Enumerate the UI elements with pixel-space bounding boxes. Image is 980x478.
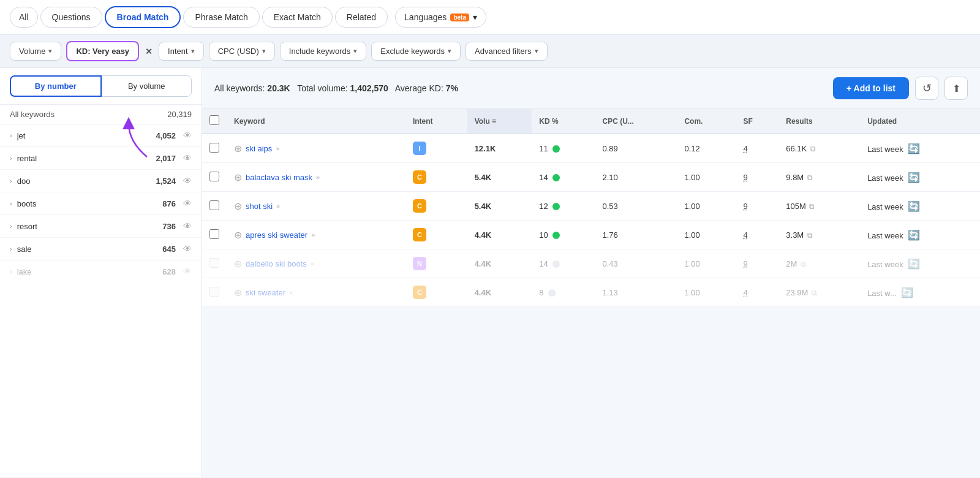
row-check-cell[interactable] xyxy=(202,192,227,221)
tab-all[interactable]: All xyxy=(10,7,38,28)
copy-icon[interactable]: ⧉ xyxy=(807,231,813,240)
exclude-keywords-btn[interactable]: Exclude keywords ▾ xyxy=(371,42,461,61)
row-cpc-cell: 1.76 xyxy=(595,221,677,249)
table-row: ⊕ shot ski » C 5.4K 12 0.53 1.00 9 105M … xyxy=(202,192,980,221)
add-keyword-icon[interactable]: ⊕ xyxy=(234,143,242,154)
visibility-icon[interactable]: 👁 xyxy=(183,176,192,186)
sidebar-keyword-label: sale xyxy=(17,245,159,254)
volume-filter-btn[interactable]: Volume ▾ xyxy=(10,42,61,61)
sidebar-keyword-count: 645 xyxy=(162,245,176,254)
keyword-link[interactable]: ⊕ ski aips » xyxy=(234,143,398,154)
row-check-cell[interactable] xyxy=(202,163,227,192)
copy-icon[interactable]: ⧉ xyxy=(810,145,816,153)
row-checkbox[interactable] xyxy=(209,172,219,181)
keyword-link[interactable]: ⊕ apres ski sweater » xyxy=(234,229,398,241)
keyword-table-wrap: Keyword Intent Volu ≡ KD % CPC (U... Com… xyxy=(202,109,980,477)
by-volume-toggle[interactable]: By volume xyxy=(102,75,192,97)
copy-icon[interactable]: ⧉ xyxy=(809,202,815,211)
add-keyword-icon[interactable]: ⊕ xyxy=(234,287,242,298)
row-com-cell: 1.00 xyxy=(677,278,736,307)
tab-related[interactable]: Related xyxy=(335,7,388,28)
row-refresh-icon[interactable]: 🔄 xyxy=(908,259,920,269)
sidebar-header-label: All keywords xyxy=(10,110,55,119)
row-refresh-icon[interactable]: 🔄 xyxy=(901,287,913,298)
advanced-filters-btn[interactable]: Advanced filters ▾ xyxy=(466,42,548,61)
refresh-button[interactable]: ↺ xyxy=(915,77,938,100)
row-refresh-icon[interactable]: 🔄 xyxy=(908,172,920,183)
visibility-icon[interactable]: 👁 xyxy=(183,199,192,208)
intent-badge: C xyxy=(413,170,426,184)
row-com-cell: 1.00 xyxy=(677,192,736,221)
row-intent-cell: N xyxy=(405,249,467,278)
add-keyword-icon[interactable]: ⊕ xyxy=(234,229,242,241)
row-intent-cell: C xyxy=(405,192,467,221)
sidebar-item[interactable]: › rental 2,017 👁 xyxy=(0,147,202,170)
add-keyword-icon[interactable]: ⊕ xyxy=(234,258,242,270)
expand-arrow-icon: › xyxy=(10,200,12,207)
tab-questions[interactable]: Questions xyxy=(40,7,102,28)
kd-filter-close-btn[interactable]: ✕ xyxy=(144,47,154,56)
row-check-cell[interactable] xyxy=(202,249,227,278)
row-checkbox[interactable] xyxy=(209,258,219,268)
visibility-icon[interactable]: 👁 xyxy=(183,131,192,140)
copy-icon[interactable]: ⧉ xyxy=(801,260,806,268)
tab-languages[interactable]: Languages beta ▾ xyxy=(395,7,486,28)
visibility-icon[interactable]: 👁 xyxy=(183,267,192,276)
sidebar-item[interactable]: › lake 628 👁 xyxy=(0,260,202,283)
keyword-link[interactable]: ⊕ shot ski » xyxy=(234,200,398,212)
row-sf-cell: 9 xyxy=(736,249,778,278)
row-checkbox[interactable] xyxy=(209,143,219,153)
row-sf-cell: 4 xyxy=(736,134,778,163)
kd-filter-btn[interactable]: KD: Very easy xyxy=(66,41,139,61)
export-icon: ⬆ xyxy=(952,83,960,94)
row-checkbox[interactable] xyxy=(209,229,219,239)
copy-icon[interactable]: ⧉ xyxy=(812,289,817,297)
row-check-cell[interactable] xyxy=(202,278,227,307)
sidebar-item[interactable]: › sale 645 👁 xyxy=(0,238,202,260)
row-refresh-icon[interactable]: 🔄 xyxy=(908,201,920,211)
row-checkbox[interactable] xyxy=(209,200,219,210)
visibility-icon[interactable]: 👁 xyxy=(183,221,192,231)
row-check-cell[interactable] xyxy=(202,134,227,163)
intent-filter-btn[interactable]: Intent ▾ xyxy=(159,42,204,61)
row-checkbox[interactable] xyxy=(209,287,219,297)
cpc-filter-btn[interactable]: CPC (USD) ▾ xyxy=(209,42,275,61)
copy-icon[interactable]: ⧉ xyxy=(807,173,813,182)
keyword-link[interactable]: ⊕ dalbello ski boots » xyxy=(234,258,398,270)
tab-broad-match[interactable]: Broad Match xyxy=(105,6,181,28)
visibility-icon[interactable]: 👁 xyxy=(183,153,192,163)
intent-badge: C xyxy=(413,199,426,213)
keyword-link[interactable]: ⊕ balaclava ski mask » xyxy=(234,172,398,183)
summary-text: All keywords: 20.3K Total volume: 1,402,… xyxy=(214,83,458,93)
sidebar-item[interactable]: › doo 1,524 👁 xyxy=(0,170,202,192)
sidebar-item[interactable]: › boots 876 👁 xyxy=(0,192,202,215)
row-intent-cell: C xyxy=(405,278,467,307)
col-intent: Intent xyxy=(405,109,467,134)
main-content: By number By volume All keywords 20,319 … xyxy=(0,68,980,477)
row-check-cell[interactable] xyxy=(202,221,227,249)
row-updated-cell: Last week 🔄 xyxy=(860,221,980,249)
add-keyword-icon[interactable]: ⊕ xyxy=(234,172,242,183)
sidebar-item[interactable]: › resort 736 👁 xyxy=(0,215,202,238)
kd-dot-icon xyxy=(552,174,560,181)
include-keywords-btn[interactable]: Include keywords ▾ xyxy=(280,42,366,61)
sidebar-item[interactable]: › jet 4,052 👁 xyxy=(0,124,202,147)
tab-exact-match[interactable]: Exact Match xyxy=(262,7,333,28)
add-keyword-icon[interactable]: ⊕ xyxy=(234,200,242,212)
row-refresh-icon[interactable]: 🔄 xyxy=(908,143,920,154)
kd-dot-icon xyxy=(548,289,556,297)
sf-value: 9 xyxy=(743,259,747,268)
select-all-checkbox[interactable] xyxy=(209,115,219,125)
add-to-list-button[interactable]: + Add to list xyxy=(833,77,909,99)
keyword-link[interactable]: ⊕ ski sweater » xyxy=(234,287,398,298)
by-number-toggle[interactable]: By number xyxy=(10,75,102,97)
row-keyword-cell: ⊕ ski sweater » xyxy=(227,278,405,307)
export-button[interactable]: ⬆ xyxy=(944,77,968,100)
row-refresh-icon[interactable]: 🔄 xyxy=(908,230,920,240)
kd-dot-icon xyxy=(552,232,560,239)
intent-chevron-icon: ▾ xyxy=(191,47,195,55)
tab-phrase-match[interactable]: Phrase Match xyxy=(183,7,259,28)
row-intent-cell: C xyxy=(405,163,467,192)
col-volume[interactable]: Volu ≡ xyxy=(467,109,532,134)
visibility-icon[interactable]: 👁 xyxy=(183,244,192,254)
